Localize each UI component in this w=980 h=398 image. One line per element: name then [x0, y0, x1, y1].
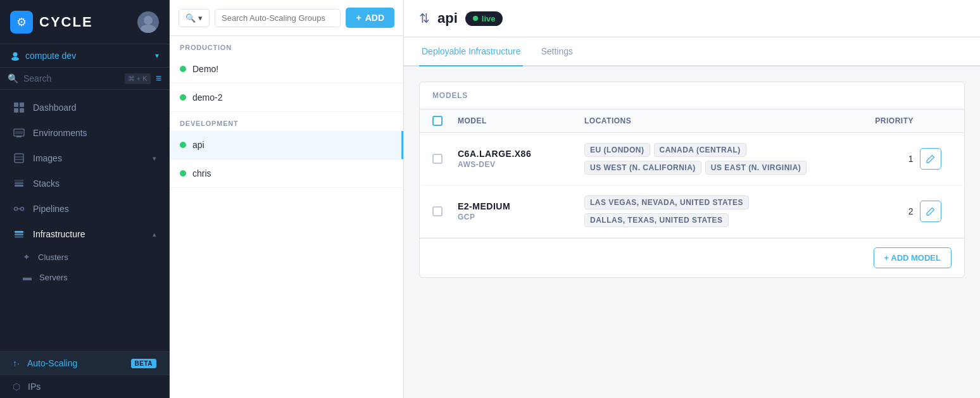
row2-locations: Las Vegas, Nevada, United States Dallas,…	[584, 196, 838, 227]
svg-point-2	[13, 53, 18, 57]
right-panel: ⇅ api live Deployable Infrastructure Set…	[404, 0, 980, 398]
search-filter-button[interactable]: 🔍 ▾	[179, 9, 210, 27]
stacks-label: Stacks	[33, 178, 156, 189]
group-name-demo1: Demo!	[192, 64, 218, 74]
add-model-button[interactable]: + ADD MODEL	[874, 247, 952, 268]
svg-rect-7	[20, 108, 24, 113]
filter-chevron-icon: ▾	[198, 13, 203, 23]
models-heading: MODELS	[420, 82, 964, 109]
dashboard-icon	[13, 101, 25, 114]
row1-checkbox[interactable]	[432, 154, 443, 164]
images-label: Images	[33, 153, 145, 163]
sort-icon[interactable]: ⇅	[419, 11, 430, 26]
ips-icon: ⬡	[13, 382, 20, 392]
resource-title: api	[437, 10, 458, 27]
svg-rect-9	[16, 136, 22, 137]
location-tag: Canada (Central)	[654, 143, 746, 157]
group-item-demo2[interactable]: demo-2	[170, 84, 403, 112]
images-icon	[13, 152, 25, 165]
groups-search-input[interactable]	[215, 9, 341, 27]
clusters-icon: ✦	[23, 252, 30, 262]
development-section-label: DEVELOPMENT	[170, 112, 403, 131]
search-shortcut: ⌘ + K	[125, 73, 151, 84]
table-header: Model Locations Priority	[420, 109, 964, 133]
svg-point-17	[15, 208, 18, 211]
group-item-demo1[interactable]: Demo!	[170, 55, 403, 84]
infrastructure-icon	[13, 228, 25, 240]
live-badge: live	[465, 11, 503, 26]
location-tag: US West (N. California)	[584, 161, 701, 175]
sidebar-header: ⚙ CYCLE	[0, 0, 169, 44]
sidebar-item-ips[interactable]: ⬡ IPs	[0, 375, 169, 398]
table-row: c6a.large.x86 aws-dev EU (London) Canada…	[420, 133, 964, 185]
infrastructure-expand-icon: ▴	[153, 230, 156, 239]
resource-header: ⇅ api live	[404, 0, 980, 37]
environments-label: Environments	[33, 128, 156, 138]
group-name-demo2: demo-2	[192, 92, 222, 103]
live-dot	[473, 16, 478, 21]
sidebar-item-environments[interactable]: Environments	[0, 120, 169, 146]
sidebar-item-autoscaling[interactable]: ↑· Auto-Scaling BETA	[0, 351, 169, 375]
svg-rect-22	[15, 236, 23, 238]
images-expand-icon: ▾	[153, 154, 156, 163]
select-all-checkbox[interactable]	[432, 116, 443, 126]
location-tag: EU (London)	[584, 143, 650, 157]
infrastructure-label: Infrastructure	[33, 229, 145, 239]
table-row: e2-medium gcp Las Vegas, Nevada, United …	[420, 185, 964, 238]
sidebar-item-clusters[interactable]: ✦ Clusters	[0, 247, 169, 267]
sidebar-item-servers[interactable]: ▬ Servers	[0, 267, 169, 287]
row2-checkbox[interactable]	[432, 206, 443, 216]
group-item-api[interactable]: api	[170, 131, 403, 159]
svg-rect-14	[15, 185, 23, 187]
svg-rect-5	[20, 103, 24, 107]
sidebar-item-images[interactable]: Images ▾	[0, 146, 169, 171]
sidebar-item-dashboard[interactable]: Dashboard	[0, 95, 169, 120]
production-section-label: PRODUCTION	[170, 36, 403, 55]
models-section: MODELS Model Locations Priority	[419, 82, 965, 278]
search-text: Search	[23, 73, 120, 84]
status-dot-demo1	[180, 66, 186, 72]
col-priority-header: Priority	[838, 116, 914, 125]
svg-rect-6	[14, 108, 18, 113]
user-icon	[10, 51, 20, 61]
pipelines-icon	[13, 202, 25, 215]
autoscaling-label: Auto-Scaling	[27, 358, 123, 368]
content-wrapper: 🔍 ▾ + ADD PRODUCTION Demo! demo-2 DEVELO…	[170, 0, 980, 398]
list-view-icon: ≡	[156, 73, 161, 84]
status-dot-chris	[180, 170, 186, 177]
env-name: compute dev	[25, 51, 76, 61]
status-dot-demo2	[180, 94, 186, 101]
svg-rect-20	[15, 231, 23, 233]
add-label: ADD	[365, 13, 384, 23]
env-selector[interactable]: compute dev ▾	[0, 44, 169, 68]
groups-panel: 🔍 ▾ + ADD PRODUCTION Demo! demo-2 DEVELO…	[170, 0, 404, 398]
col-locations-header: Locations	[584, 116, 838, 125]
search-bar[interactable]: 🔍 Search ⌘ + K ≡	[0, 68, 169, 90]
sidebar-item-infrastructure[interactable]: Infrastructure ▴	[0, 221, 169, 247]
beta-badge: BETA	[131, 359, 156, 368]
pipelines-label: Pipelines	[33, 204, 156, 214]
live-label: live	[482, 14, 496, 23]
autoscaling-icon: ↑·	[13, 358, 20, 368]
svg-rect-4	[14, 103, 18, 107]
tab-deployable-infrastructure[interactable]: Deployable Infrastructure	[419, 37, 523, 66]
row1-model-provider: aws-dev	[458, 160, 584, 169]
row1-model-info: c6a.large.x86 aws-dev	[458, 149, 584, 169]
row1-edit-button[interactable]	[920, 148, 941, 170]
logo-area: ⚙ CYCLE	[10, 11, 93, 34]
group-item-chris[interactable]: chris	[170, 159, 403, 188]
add-group-button[interactable]: + ADD	[346, 8, 394, 28]
row2-priority: 2	[838, 206, 914, 216]
sidebar-item-pipelines[interactable]: Pipelines	[0, 196, 169, 221]
clusters-label: Clusters	[38, 252, 68, 262]
avatar[interactable]	[137, 11, 159, 33]
search-icon: 🔍	[8, 73, 18, 84]
tab-settings[interactable]: Settings	[538, 37, 575, 66]
chevron-down-icon: ▾	[155, 51, 159, 60]
servers-label: Servers	[39, 273, 68, 282]
sidebar-item-stacks[interactable]: Stacks	[0, 171, 169, 196]
row2-edit-button[interactable]	[920, 201, 941, 222]
nav-items: Dashboard Environments Images ▾ Stacks	[0, 90, 169, 351]
location-tag: Las Vegas, Nevada, United States	[584, 196, 749, 209]
content-area: MODELS Model Locations Priority	[404, 66, 980, 398]
